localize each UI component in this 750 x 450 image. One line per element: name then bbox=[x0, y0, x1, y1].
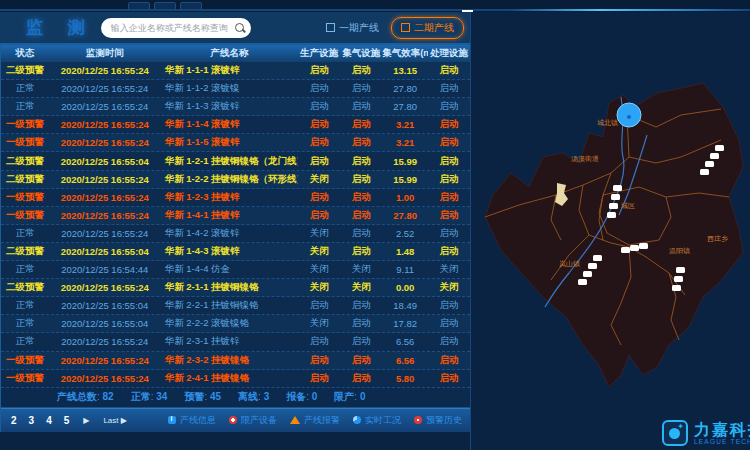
table-row[interactable]: 一级预警2020/12/25 16:55:24华新 2-3-2 挂镀镍铬启动启动… bbox=[1, 352, 470, 370]
facility-marker[interactable] bbox=[588, 263, 597, 269]
cell-time: 2020/12/25 16:55:24 bbox=[49, 101, 161, 112]
facility-marker[interactable] bbox=[609, 203, 618, 209]
table-row[interactable]: 二级预警2020/12/25 16:55:24华新 1-1-1 滚镀锌启动启动1… bbox=[1, 62, 470, 80]
table-row[interactable]: 正常2020/12/25 16:55:24华新 1-1-3 滚镀锌启动启动27.… bbox=[1, 98, 470, 116]
table-row[interactable]: 一级预警2020/12/25 16:55:24华新 1-1-5 滚镀锌启动启动3… bbox=[1, 134, 470, 152]
map-place-label: 城区 bbox=[620, 202, 635, 209]
cell-prod: 关闭 bbox=[298, 263, 340, 276]
cell-prod: 启动 bbox=[298, 209, 340, 222]
cell-rate: 6.56 bbox=[382, 355, 428, 366]
phase1-label: 一期产线 bbox=[339, 21, 379, 35]
facility-marker[interactable] bbox=[674, 276, 683, 282]
facility-marker[interactable] bbox=[607, 212, 616, 218]
table-row[interactable]: 正常2020/12/25 16:55:24华新 1-4-2 滚镀锌关闭启动2.5… bbox=[1, 225, 470, 243]
legend-label: 限产设备 bbox=[241, 414, 277, 427]
district-map[interactable]: 城北镇汤溪街道城区西庄乡温阳镇岚山镇 bbox=[471, 45, 750, 450]
cell-gas: 启动 bbox=[340, 227, 382, 240]
legend-item[interactable]: 产线报警 bbox=[290, 414, 340, 427]
table-row[interactable]: 一级预警2020/12/25 16:55:24华新 2-4-1 挂镀镍铬启动启动… bbox=[1, 370, 470, 388]
page-button[interactable]: 4 bbox=[46, 415, 52, 426]
legend-label: 产线信息 bbox=[180, 414, 216, 427]
facility-marker[interactable] bbox=[715, 145, 724, 151]
table-row[interactable]: 二级预警2020/12/25 16:55:04华新 1-2-1 挂镀铜镍铬（龙门… bbox=[1, 152, 470, 170]
cell-gas: 启动 bbox=[340, 209, 382, 222]
cell-name: 华新 1-1-2 滚镀镍 bbox=[161, 82, 299, 95]
cell-prod: 关闭 bbox=[298, 317, 340, 330]
cell-prod: 关闭 bbox=[298, 227, 340, 240]
legend-item[interactable]: 预警历史 bbox=[414, 414, 462, 427]
phase1-checkbox[interactable]: 一期产线 bbox=[326, 21, 379, 35]
page-button[interactable]: 2 bbox=[11, 415, 17, 426]
cell-treat: 启动 bbox=[428, 173, 470, 186]
table-row[interactable]: 一级预警2020/12/25 16:55:24华新 1-2-3 挂镀锌启动启动1… bbox=[1, 189, 470, 207]
summary-item: 报备: 0 bbox=[286, 390, 317, 404]
facility-marker[interactable] bbox=[583, 271, 592, 277]
facility-marker[interactable] bbox=[630, 245, 639, 251]
map-place-label: 岚山镇 bbox=[559, 260, 580, 268]
cell-rate: 3.21 bbox=[382, 119, 428, 130]
facility-marker[interactable] bbox=[672, 285, 681, 291]
cell-status: 一级预警 bbox=[1, 118, 49, 131]
legend-item[interactable]: 限产设备 bbox=[229, 414, 277, 427]
table-row[interactable]: 一级预警2020/12/25 16:55:24华新 1-1-4 滚镀锌启动启动3… bbox=[1, 116, 470, 134]
top-strip bbox=[0, 0, 750, 12]
page-title: 监 测 bbox=[26, 16, 95, 39]
facility-marker[interactable] bbox=[613, 185, 622, 191]
alert-circle-marker[interactable] bbox=[617, 103, 641, 127]
cell-time: 2020/12/25 16:55:24 bbox=[49, 228, 161, 239]
cell-gas: 启动 bbox=[340, 372, 382, 385]
cell-time: 2020/12/25 16:55:24 bbox=[49, 336, 161, 347]
table-row[interactable]: 一级预警2020/12/25 16:55:24华新 1-4-1 挂镀锌启动启动2… bbox=[1, 207, 470, 225]
facility-marker[interactable] bbox=[700, 169, 709, 175]
cell-gas: 启动 bbox=[340, 136, 382, 149]
facility-marker[interactable] bbox=[710, 153, 719, 159]
facility-marker[interactable] bbox=[593, 255, 602, 261]
cell-gas: 关闭 bbox=[340, 281, 382, 294]
search-icon[interactable] bbox=[234, 22, 246, 34]
table-row[interactable]: 正常2020/12/25 16:55:24华新 1-1-2 滚镀镍启动启动27.… bbox=[1, 80, 470, 98]
table-row[interactable]: 二级预警2020/12/25 16:55:24华新 2-1-1 挂镀铜镍铬关闭关… bbox=[1, 279, 470, 297]
cell-name: 华新 1-2-2 挂镀铜镍铬（环形线） bbox=[161, 173, 299, 186]
table-row[interactable]: 正常2020/12/25 16:55:04华新 2-2-1 挂镀铜镍铬启动启动1… bbox=[1, 297, 470, 315]
cell-time: 2020/12/25 16:55:04 bbox=[49, 156, 161, 167]
legend-item[interactable]: 实时工况 bbox=[353, 414, 401, 427]
phase-filter-group: 一期产线 二期产线 bbox=[326, 17, 470, 39]
facility-marker[interactable] bbox=[676, 267, 685, 273]
table-row[interactable]: 正常2020/12/25 16:55:04华新 2-2-2 滚镀镍铬关闭启动17… bbox=[1, 315, 470, 333]
cell-rate: 3.21 bbox=[382, 137, 428, 148]
cell-gas: 启动 bbox=[340, 118, 382, 131]
cell-time: 2020/12/25 16:55:24 bbox=[49, 65, 161, 76]
legend-bar: 产线信息限产设备产线报警实时工况预警历史 bbox=[168, 414, 470, 427]
table-row[interactable]: 二级预警2020/12/25 16:55:04华新 1-4-3 滚镀锌关闭启动1… bbox=[1, 243, 470, 261]
page-button[interactable]: 5 bbox=[64, 415, 70, 426]
page-button[interactable]: 3 bbox=[29, 415, 35, 426]
cell-status: 一级预警 bbox=[1, 209, 49, 222]
table-row[interactable]: 正常2020/12/25 16:54:44华新 1-4-4 仿金关闭关闭9.11… bbox=[1, 261, 470, 279]
cell-prod: 启动 bbox=[298, 335, 340, 348]
cell-treat: 启动 bbox=[428, 64, 470, 77]
facility-marker[interactable] bbox=[705, 161, 714, 167]
cell-name: 华新 1-1-4 滚镀锌 bbox=[161, 118, 299, 131]
facility-marker[interactable] bbox=[639, 243, 648, 249]
cell-time: 2020/12/25 16:55:24 bbox=[49, 373, 161, 384]
phase2-checkbox[interactable]: 二期产线 bbox=[391, 17, 464, 39]
cell-treat: 启动 bbox=[428, 354, 470, 367]
checkbox-icon[interactable] bbox=[401, 23, 410, 32]
alarm-triangle-icon bbox=[290, 416, 300, 424]
facility-marker[interactable] bbox=[621, 247, 630, 253]
cell-rate: 17.82 bbox=[382, 318, 428, 329]
last-page-button[interactable]: Last ▶ bbox=[103, 416, 127, 425]
search-box[interactable] bbox=[101, 18, 251, 38]
facility-marker[interactable] bbox=[578, 279, 587, 285]
table-row[interactable]: 二级预警2020/12/25 16:55:24华新 1-2-2 挂镀铜镍铬（环形… bbox=[1, 171, 470, 189]
next-page-button[interactable]: ▶ bbox=[83, 416, 89, 425]
search-input[interactable] bbox=[111, 20, 237, 36]
table-row[interactable]: 正常2020/12/25 16:55:24华新 2-3-1 挂镀锌启动启动6.5… bbox=[1, 333, 470, 351]
cell-treat: 启动 bbox=[428, 155, 470, 168]
legend-item[interactable]: 产线信息 bbox=[168, 414, 216, 427]
checkbox-icon[interactable] bbox=[326, 23, 335, 32]
cell-name: 华新 1-4-3 滚镀锌 bbox=[161, 245, 299, 258]
facility-marker[interactable] bbox=[611, 194, 620, 200]
cell-prod: 启动 bbox=[298, 82, 340, 95]
cell-rate: 27.80 bbox=[382, 101, 428, 112]
